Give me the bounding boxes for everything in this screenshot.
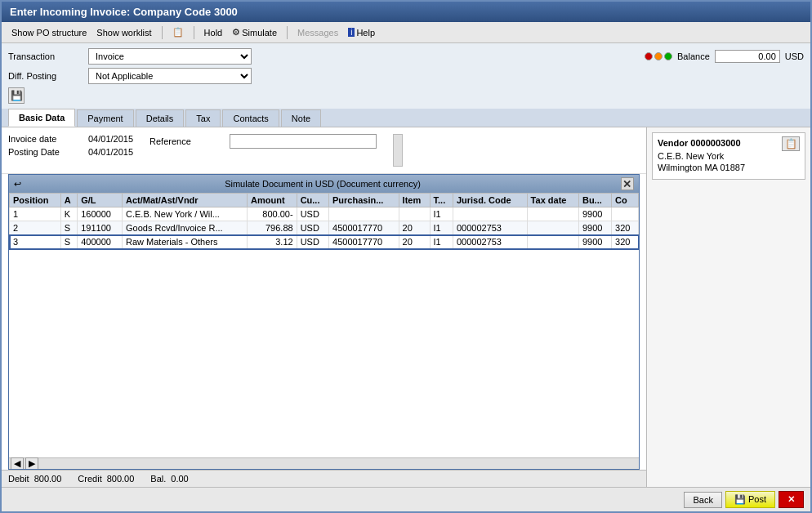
tab-tax[interactable]: Tax — [185, 109, 221, 127]
col-position: Position — [10, 194, 61, 207]
help-button[interactable]: i Help — [345, 26, 378, 39]
right-panel: Vendor 0000003000 📋 C.E.B. New York Wilm… — [647, 127, 810, 487]
simulate-dialog: ↩ Simulate Document in USD (Document cur… — [8, 174, 640, 470]
invoice-date-row: Invoice date 04/01/2015 — [8, 134, 133, 144]
table-cell: K — [60, 207, 77, 221]
bal-area: Bal. 0.00 — [150, 474, 188, 484]
table-header-row: Position A G/L Act/Mat/Ast/Vndr Amount C… — [10, 194, 639, 207]
balance-input[interactable] — [715, 50, 780, 63]
table-row[interactable]: 2S191100Goods Rcvd/Invoice R...796.88USD… — [10, 221, 639, 235]
table-cell: 800.00- — [248, 207, 297, 221]
table-row[interactable]: 3S400000Raw Materials - Others3.12USD450… — [10, 235, 639, 249]
invoice-date-value: 04/01/2015 — [88, 134, 133, 144]
simulate-button[interactable]: ⚙ Simulate — [229, 25, 280, 39]
table-row[interactable]: 1K160000C.E.B. New York / Wil...800.00-U… — [10, 207, 639, 221]
col-gl: G/L — [78, 194, 123, 207]
simulate-dialog-title: Simulate Document in USD (Document curre… — [225, 179, 421, 189]
scroll-left-button[interactable]: ◀ — [11, 457, 24, 471]
tab-note[interactable]: Note — [281, 109, 321, 127]
show-po-structure-button[interactable]: Show PO structure — [8, 26, 90, 39]
table-cell: 1 — [10, 207, 61, 221]
form-area: Transaction Invoice Balance USD Diff. Po… — [2, 43, 810, 109]
vendor-details-icon: 📋 — [785, 138, 797, 149]
col-item: Item — [399, 194, 430, 207]
vertical-scrollbar[interactable] — [393, 134, 403, 167]
posting-date-value: 04/01/2015 — [88, 147, 133, 157]
balance-area: Balance USD — [645, 50, 804, 63]
toolbar-separator-2 — [194, 26, 194, 39]
simulate-dialog-close[interactable]: ✕ — [621, 177, 634, 190]
table-cell — [527, 207, 578, 221]
invoice-date-label: Invoice date — [8, 134, 82, 144]
simulate-dialog-icon: ↩ — [14, 179, 21, 190]
vendor-icon-button[interactable]: 📋 — [782, 136, 800, 151]
table-cell — [527, 235, 578, 249]
close-button[interactable]: ✕ — [779, 491, 804, 508]
balance-indicator — [645, 52, 672, 60]
save-icon: 💾 — [11, 90, 23, 101]
main-window: Enter Incoming Invoice: Company Code 300… — [0, 0, 812, 513]
transaction-label: Transaction — [8, 51, 82, 61]
balance-dot-red — [645, 52, 653, 60]
col-taxdate: Tax date — [527, 194, 578, 207]
credit-value: 800.00 — [107, 474, 135, 484]
credit-label: Credit — [78, 474, 101, 484]
vendor-title: Vendor 0000003000 — [658, 138, 741, 148]
action-bar: Back 💾 Post ✕ — [2, 487, 810, 511]
bal-label: Bal. — [150, 474, 166, 484]
diff-posting-label: Diff. Posting — [8, 71, 82, 81]
table-cell: I1 — [430, 221, 453, 235]
table-cell: 3 — [10, 235, 61, 249]
col-purchasing: Purchasin... — [329, 194, 399, 207]
table-cell: 20 — [399, 235, 430, 249]
table-cell: USD — [297, 207, 328, 221]
col-a: A — [60, 194, 77, 207]
messages-button[interactable]: Messages — [294, 26, 341, 39]
table-cell: 000002753 — [453, 221, 527, 235]
show-worklist-button[interactable]: Show worklist — [93, 26, 154, 39]
save-icon-button[interactable]: 💾 — [8, 87, 25, 104]
col-bu: Bu... — [578, 194, 611, 207]
diff-posting-select[interactable]: Not Applicable — [88, 68, 252, 84]
toolbar: Show PO structure Show worklist 📋 Hold ⚙… — [2, 22, 810, 43]
toolbar-separator-1 — [162, 26, 163, 39]
post-icon: 💾 — [734, 494, 746, 504]
help-icon: i — [348, 28, 355, 37]
tab-details[interactable]: Details — [136, 109, 185, 127]
transaction-select[interactable]: Invoice — [88, 48, 252, 65]
credit-area: Credit 800.00 — [78, 474, 134, 484]
table-cell: 9900 — [578, 235, 611, 249]
back-button[interactable]: Back — [684, 492, 721, 508]
table-cell: 9900 — [578, 221, 611, 235]
table-cell: 400000 — [78, 235, 123, 249]
balance-dot-green — [664, 52, 672, 60]
table-cell: S — [60, 221, 77, 235]
table-cell: I1 — [430, 235, 453, 249]
clipboard-icon: 📋 — [172, 27, 184, 38]
hold-button[interactable]: Hold — [201, 26, 226, 39]
debit-value: 800.00 — [34, 474, 62, 484]
table-cell: 320 — [612, 221, 639, 235]
debit-area: Debit 800.00 — [8, 474, 61, 484]
reference-label: Reference — [149, 136, 223, 146]
tab-contacts[interactable]: Contacts — [222, 109, 279, 127]
table-cell: 4500017770 — [329, 235, 399, 249]
table-cell: 9900 — [578, 207, 611, 221]
reference-input[interactable] — [230, 134, 377, 149]
vendor-box: Vendor 0000003000 📋 C.E.B. New York Wilm… — [652, 132, 805, 180]
col-amount: Amount — [248, 194, 297, 207]
table-cell: 796.88 — [248, 221, 297, 235]
scroll-right-button[interactable]: ▶ — [25, 457, 38, 471]
post-button[interactable]: 💾 Post — [725, 491, 775, 508]
table-container: Position A G/L Act/Mat/Ast/Vndr Amount C… — [9, 193, 639, 457]
table-cell: USD — [297, 235, 328, 249]
horizontal-scrollbar[interactable]: ◀ ▶ — [9, 457, 639, 469]
toolbar-icon-button[interactable]: 📋 — [169, 25, 187, 39]
col-jurisd: Jurisd. Code — [453, 194, 527, 207]
posting-date-row: Posting Date 04/01/2015 — [8, 147, 133, 157]
table-cell — [527, 221, 578, 235]
tab-payment[interactable]: Payment — [77, 109, 133, 127]
bal-value: 0.00 — [171, 474, 188, 484]
tab-basic-data[interactable]: Basic Data — [8, 109, 75, 127]
table-cell: C.E.B. New York / Wil... — [122, 207, 247, 221]
